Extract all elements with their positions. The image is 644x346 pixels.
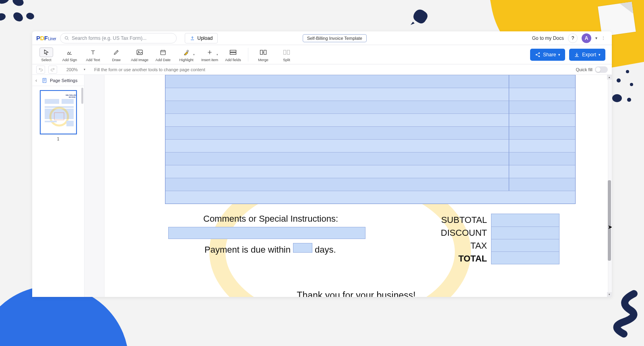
zoom-select[interactable]: 200% ▾ (62, 67, 85, 72)
tool-select[interactable]: Select (35, 47, 57, 62)
tool-add-sign[interactable]: Add Sign (59, 47, 80, 62)
table-cell[interactable] (509, 126, 575, 139)
account-chevron-icon[interactable]: ▾ (595, 36, 597, 40)
payment-terms-text: Payment is due within days. (204, 243, 336, 255)
undo-button[interactable] (36, 66, 45, 74)
document-title[interactable]: Self-Billing Invoice Template (303, 34, 367, 42)
download-icon (574, 52, 580, 58)
share-button[interactable]: Share ▾ (530, 49, 565, 61)
table-cell[interactable] (165, 126, 509, 139)
svg-line-11 (68, 39, 69, 40)
line-items-table[interactable] (165, 75, 576, 204)
sign-icon (66, 49, 73, 56)
undo-icon (38, 67, 43, 72)
upload-button[interactable]: Upload (185, 33, 218, 43)
more-menu-icon[interactable]: ⋮ (601, 36, 608, 40)
quickfill-toggle[interactable] (595, 66, 608, 73)
svg-rect-36 (66, 121, 74, 126)
vertical-scrollbar[interactable]: ▴ ▾ ➤ (607, 75, 612, 297)
table-cell[interactable] (165, 113, 509, 126)
svg-point-4 (25, 12, 35, 21)
text-icon (90, 49, 96, 56)
table-cell[interactable] (509, 88, 575, 101)
table-cell[interactable] (509, 75, 575, 88)
collapse-panel-icon[interactable]: ‹ (35, 78, 37, 83)
totals-labels: SUBTOTAL DISCOUNT TAX TOTAL (435, 214, 487, 265)
quickfill-label: Quick fill (576, 67, 592, 72)
svg-point-8 (612, 94, 622, 102)
svg-point-10 (65, 36, 68, 39)
svg-point-22 (536, 54, 537, 56)
export-button[interactable]: Export ▾ (569, 49, 605, 61)
help-button[interactable]: ? (568, 33, 578, 43)
logo[interactable]: PDFLiner (36, 35, 56, 41)
decoration-right-dots (610, 68, 634, 113)
svg-rect-18 (260, 50, 263, 54)
redo-icon (50, 67, 55, 72)
chevron-down-icon: ▾ (599, 53, 601, 57)
days-input[interactable] (293, 243, 312, 253)
page-thumbnail[interactable]: SELF-BILLING INVOICE (40, 90, 77, 134)
table-cell[interactable] (165, 165, 509, 178)
table-cell[interactable] (509, 165, 575, 178)
tool-add-image[interactable]: Add Image (129, 47, 151, 62)
table-cell[interactable] (509, 139, 575, 152)
table-cell[interactable] (165, 191, 575, 204)
tool-split[interactable]: Split (276, 47, 297, 62)
avatar[interactable]: A (582, 33, 591, 43)
svg-rect-14 (161, 50, 165, 55)
tool-merge[interactable]: Merge (252, 47, 274, 62)
tool-add-date[interactable]: Add Date (152, 47, 174, 62)
svg-rect-30 (62, 99, 74, 104)
table-cell[interactable] (165, 101, 509, 113)
plus-icon (207, 49, 213, 55)
svg-point-13 (138, 51, 139, 52)
table-cell[interactable] (509, 178, 575, 191)
subtotal-label: SUBTOTAL (435, 214, 487, 227)
table-cell[interactable] (509, 152, 575, 165)
tax-label: TAX (435, 239, 487, 252)
svg-rect-32 (45, 109, 74, 119)
tax-input[interactable] (491, 239, 559, 251)
scrollbar-thumb[interactable] (608, 180, 611, 261)
table-cell[interactable] (165, 178, 509, 191)
comments-input[interactable] (168, 227, 365, 239)
tool-highlight[interactable]: ▾ Highlight (175, 47, 197, 62)
image-icon (136, 49, 143, 55)
goto-docs-link[interactable]: Go to my Docs (532, 35, 564, 41)
decoration-squiggle (602, 290, 642, 342)
svg-point-6 (617, 78, 621, 82)
tool-insert-item[interactable]: ▾ Insert item (199, 47, 221, 62)
table-cell[interactable] (165, 152, 509, 165)
scroll-up-icon[interactable]: ▴ (607, 75, 612, 80)
subtotal-input[interactable] (491, 214, 559, 227)
total-input[interactable] (491, 251, 559, 264)
table-cell[interactable] (165, 139, 509, 152)
svg-rect-19 (264, 50, 266, 54)
document-page[interactable]: Comments or Special Instructions: Paymen… (105, 75, 608, 297)
tool-draw[interactable]: Draw (105, 47, 127, 62)
page-settings-link[interactable]: Page Settings (50, 78, 78, 83)
table-cell[interactable] (165, 75, 509, 88)
scroll-down-icon[interactable]: ▾ (607, 292, 612, 297)
discount-input[interactable] (491, 227, 559, 239)
table-cell[interactable] (165, 88, 509, 101)
svg-point-0 (0, 0, 10, 5)
redo-button[interactable] (48, 66, 57, 74)
chevron-down-icon: ▾ (84, 68, 85, 71)
upload-label: Upload (197, 35, 213, 41)
toolbar: Select Add Sign Add Text Draw Add Image … (32, 45, 612, 64)
table-cell[interactable] (509, 113, 575, 126)
svg-point-9 (627, 98, 631, 102)
search-input[interactable]: Search forms (e.g. US Tax Form)... (60, 33, 177, 43)
svg-point-2 (0, 12, 6, 21)
editor-body: ‹ Page Settings SELF-BILLING INVOICE (32, 75, 612, 297)
hint-text: Fill the form or use another tools to ch… (94, 67, 205, 72)
search-icon (64, 36, 69, 41)
tool-add-fields[interactable]: Add fields (222, 47, 244, 62)
tool-add-text[interactable]: Add Text (82, 47, 104, 62)
thumb-scrollbar[interactable] (81, 88, 83, 104)
chevron-down-icon: ▾ (558, 53, 560, 57)
side-panel: ‹ Page Settings SELF-BILLING INVOICE (32, 75, 85, 297)
table-cell[interactable] (509, 101, 575, 113)
